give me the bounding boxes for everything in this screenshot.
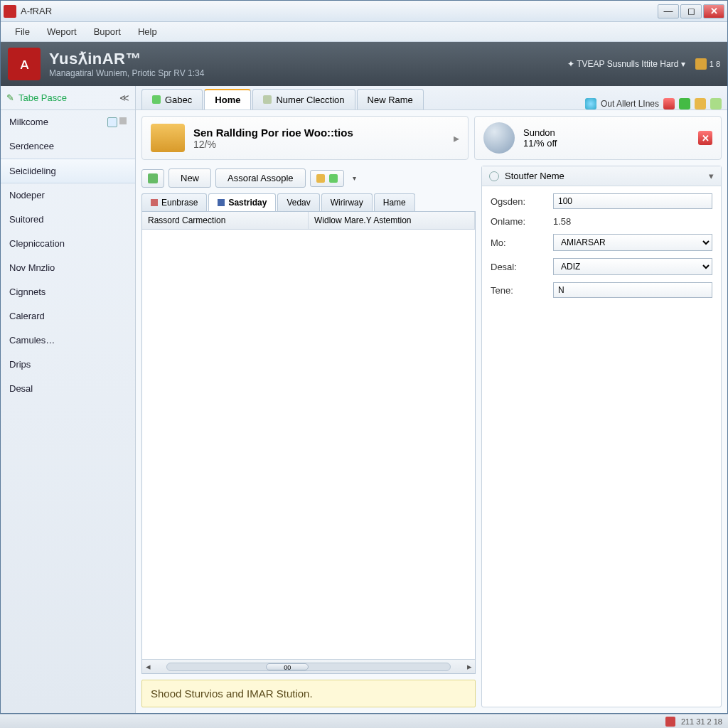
sub-tabs: Eunbrase Sastriday Vedav Wirirway Hame: [141, 193, 476, 211]
sidebar-item-nodeper[interactable]: Nodeper: [1, 183, 135, 208]
subtab-label: Eunbrase: [161, 198, 198, 208]
add-button[interactable]: [141, 169, 164, 188]
sidebar-item-desal[interactable]: Desal: [1, 377, 135, 401]
banner2-sub: 11/% off: [523, 138, 557, 149]
menu-file[interactable]: File: [6, 23, 38, 40]
brand-status-dropdown[interactable]: ✦ TVEAP Susnulls Ittite Hard ▾: [567, 59, 685, 69]
grid-col-1[interactable]: Widlow Mare.Y Astemtion: [309, 212, 475, 229]
scroll-thumb[interactable]: 00: [266, 663, 309, 670]
sidebar-item-label: Calerard: [9, 311, 45, 321]
leaf-action-icon[interactable]: [710, 98, 722, 109]
subtab-hame[interactable]: Hame: [374, 193, 415, 211]
tab-new-rame[interactable]: New Rame: [357, 89, 424, 109]
tab-gabec[interactable]: Gabec: [141, 89, 203, 109]
tab-numer-clecction[interactable]: Numer Clecction: [252, 89, 355, 109]
sidebar-item-seiciideling[interactable]: Seiciideling: [1, 159, 135, 183]
sidebar-item-cignnets[interactable]: Cignnets: [1, 280, 135, 304]
sidebar-item-nov-mnzlio[interactable]: Nov Mnzlio: [1, 256, 135, 280]
subtab-vedav[interactable]: Vedav: [277, 193, 319, 211]
ogsden-label: Ogsden:: [491, 196, 547, 207]
filter-button[interactable]: [310, 170, 344, 187]
pencil-icon: ✎: [6, 92, 14, 103]
status-text: 211 31 2 18: [681, 717, 722, 726]
banner-close-button[interactable]: ✕: [698, 131, 712, 145]
mo-label: Mo:: [491, 237, 547, 248]
sidebar-item-label: Nodeper: [9, 190, 45, 200]
ogsden-input[interactable]: [553, 193, 712, 209]
subtab-wirirway[interactable]: Wirirway: [321, 193, 373, 211]
subtab-label: Sastriday: [228, 198, 267, 208]
panel-header[interactable]: Stoutfer Neme ▾: [482, 166, 721, 186]
scroll-track[interactable]: 00: [166, 663, 451, 671]
sidebar-item-calerard[interactable]: Calerard: [1, 304, 135, 328]
toolbar: New Assoral Assople ▾: [141, 166, 476, 191]
new-button[interactable]: New: [168, 168, 211, 188]
maximize-button[interactable]: ◻: [680, 4, 702, 18]
window-controls: — ◻ ✕: [658, 4, 724, 18]
grid-col-0[interactable]: Rassord Carmection: [142, 212, 309, 229]
sidebar-item-clepniccation[interactable]: Clepniccation: [1, 232, 135, 256]
mo-select[interactable]: AMIARSAR: [553, 234, 712, 251]
sidebar-item-serdencee[interactable]: Serdencee: [1, 134, 135, 159]
properties-panel: Stoutfer Neme ▾ Ogsden: Onlame: 1.58 Mo:…: [481, 166, 722, 707]
desal-select[interactable]: ADIZ: [553, 258, 712, 275]
subtab-sastriday[interactable]: Sastriday: [208, 193, 276, 211]
subtab-label: Wirirway: [331, 198, 363, 208]
panel-title: Stoutfer Neme: [505, 171, 564, 181]
brand-text: YusƛinAR™ Managatiral Wuniem, Priotic Sp…: [49, 50, 204, 78]
scroll-right-button[interactable]: ▸: [464, 661, 475, 672]
tene-label: Tene:: [491, 285, 547, 296]
tab-label: Numer Clecction: [276, 95, 344, 105]
assoral-button[interactable]: Assoral Assople: [215, 168, 306, 188]
grid-header: Rassord Carmection Widlow Mare.Y Astemti…: [142, 212, 475, 230]
assoral-label: Assoral Assople: [228, 173, 294, 183]
scroll-left-button[interactable]: ◂: [142, 661, 154, 672]
sidebar-item-drips[interactable]: Drips: [1, 353, 135, 377]
funnel-icon: [316, 174, 325, 183]
tab-home[interactable]: Home: [204, 89, 251, 109]
sidebar-item-camules[interactable]: Camules…: [1, 328, 135, 353]
notice-bar: Shood Sturvios and IMAR Stution.: [141, 680, 476, 707]
green-action-icon[interactable]: [679, 98, 690, 109]
titlebar: A-fRAR — ◻ ✕: [1, 1, 727, 22]
sidebar-item-milkcome[interactable]: Milkcome: [1, 110, 135, 134]
flag-icon: [329, 174, 338, 183]
close-button[interactable]: ✕: [703, 4, 724, 18]
box-icon: [119, 117, 127, 124]
sidebar-item-label: Milkcome: [9, 117, 48, 127]
plus-icon: [148, 173, 158, 183]
subtab-label: Hame: [383, 198, 406, 208]
minimize-button[interactable]: —: [658, 4, 679, 18]
menu-buport[interactable]: Buport: [85, 23, 129, 40]
menubar: File Weport Buport Help: [1, 22, 727, 42]
sidebar-item-label: Desal: [9, 383, 33, 394]
red-action-icon[interactable]: [663, 98, 675, 109]
play-icon: [107, 117, 117, 127]
sidebar-header[interactable]: ✎ Tabe Pasce ≪: [1, 86, 135, 110]
tab-icon: [263, 95, 272, 104]
banner-secondary: Sundon 11/% off ✕: [474, 116, 722, 160]
tene-input[interactable]: [553, 282, 712, 298]
menu-weport[interactable]: Weport: [38, 23, 85, 40]
tab-label: New Rame: [368, 95, 413, 105]
panel-dropdown-icon[interactable]: ▾: [709, 171, 714, 181]
banner2-text: Sundon 11/% off: [523, 127, 557, 149]
globe-icon: [585, 98, 596, 109]
banner-primary[interactable]: Sen Rallding Por rioe Woo::tios 12/% ▸: [141, 116, 469, 160]
collapse-icon[interactable]: ≪: [119, 92, 129, 103]
subtab-icon: [151, 199, 158, 206]
info-icon: [489, 171, 499, 181]
toolbar-more-dropdown[interactable]: ▾: [348, 174, 360, 182]
orange-action-icon[interactable]: [695, 98, 706, 109]
grid-body[interactable]: [142, 230, 475, 659]
out-alert-label[interactable]: Out Allert LInes: [601, 99, 659, 109]
sidebar-item-suitored[interactable]: Suitored: [1, 208, 135, 232]
sidebar: ✎ Tabe Pasce ≪ Milkcome Serdencee Seicii…: [1, 86, 136, 713]
top-right-controls: Out Allert LInes: [585, 98, 722, 109]
subtab-eunbrase[interactable]: Eunbrase: [141, 193, 207, 211]
brand-bar: ᴀ YusƛinAR™ Managatiral Wuniem, Priotic …: [1, 42, 727, 86]
tab-label: Gabec: [165, 95, 192, 105]
body: ✎ Tabe Pasce ≪ Milkcome Serdencee Seicii…: [1, 86, 727, 713]
menu-help[interactable]: Help: [129, 23, 166, 40]
subtab-label: Vedav: [287, 198, 310, 208]
